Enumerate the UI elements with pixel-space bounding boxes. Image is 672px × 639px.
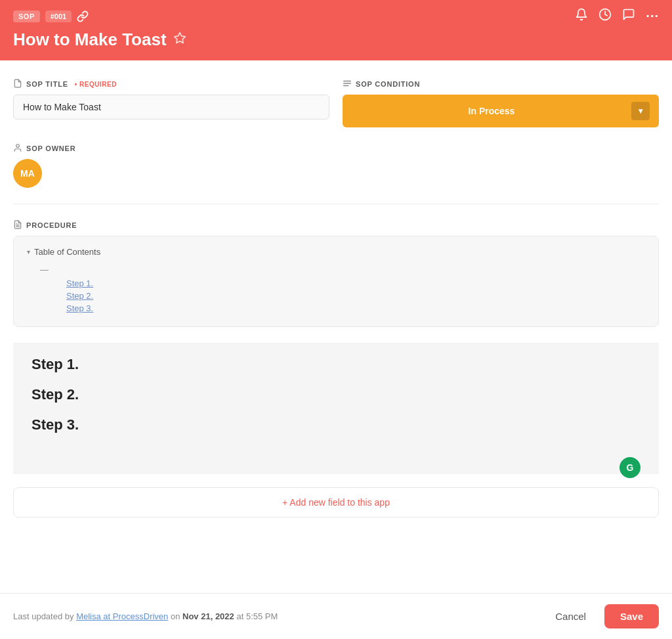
header-title: How to Make Toast <box>13 30 659 50</box>
sop-title-label: SOP TITLE • REQUIRED <box>13 79 329 89</box>
step2-heading: Step 2. <box>32 386 640 403</box>
procedure-section: PROCEDURE ▾ Table of Contents — Step 1. … <box>13 220 659 327</box>
owner-avatar[interactable]: MA <box>13 159 42 188</box>
toc-header[interactable]: ▾ Table of Contents <box>27 247 645 257</box>
last-updated-prefix: Last updated by <box>13 611 74 621</box>
step1-heading: Step 1. <box>32 356 640 373</box>
toc-item-step3[interactable]: Step 3. <box>40 303 645 313</box>
lines-icon <box>343 79 352 89</box>
sop-condition-select: In Process ▾ <box>343 95 659 127</box>
svg-point-5 <box>16 144 20 148</box>
toc-item-step2[interactable]: Step 2. <box>40 291 645 301</box>
sop-owner-label: SOP OWNER <box>13 143 659 154</box>
condition-value: In Process <box>352 106 631 116</box>
toc-item-step1[interactable]: Step 1. <box>40 278 645 288</box>
header-badges: SOP #001 <box>13 11 89 22</box>
procedure-label: PROCEDURE <box>13 220 659 231</box>
header: SOP #001 <box>0 0 672 60</box>
clock-icon[interactable] <box>598 8 612 24</box>
procedure-icon <box>13 220 22 231</box>
sop-title-field: SOP TITLE • REQUIRED <box>13 79 329 127</box>
grammarly-icon[interactable]: G <box>620 457 640 478</box>
main-content: SOP TITLE • REQUIRED SOP CONDITION In Pr… <box>0 60 672 593</box>
save-button[interactable]: Save <box>604 604 659 628</box>
bell-icon[interactable] <box>575 8 588 24</box>
sop-owner-section: SOP OWNER MA <box>13 143 659 188</box>
time-prefix: at <box>236 611 243 621</box>
add-field-container: + Add new field to this app <box>13 487 659 518</box>
grammarly-container: G <box>32 447 640 452</box>
header-icons: ··· <box>575 8 659 24</box>
chat-icon[interactable] <box>622 8 635 24</box>
star-icon[interactable] <box>173 32 186 48</box>
footer: Last updated by Melisa at ProcessDriven … <box>0 593 672 639</box>
sop-title-input[interactable] <box>13 95 329 120</box>
header-top: SOP #001 <box>13 8 659 24</box>
more-icon[interactable]: ··· <box>646 9 659 24</box>
cancel-button[interactable]: Cancel <box>545 606 597 627</box>
divider <box>13 204 659 204</box>
date-prefix: on <box>171 611 180 621</box>
footer-actions: Cancel Save <box>545 604 659 628</box>
link-icon[interactable] <box>77 11 89 22</box>
document-icon <box>13 79 22 89</box>
svg-marker-1 <box>174 33 185 43</box>
footer-update-text: Last updated by Melisa at ProcessDriven … <box>13 611 278 621</box>
steps-area: Step 1. Step 2. Step 3. G <box>13 343 659 474</box>
sop-number-badge: #001 <box>45 11 72 22</box>
person-icon <box>13 143 22 154</box>
add-field-button[interactable]: + Add new field to this app <box>13 487 659 518</box>
step3-heading: Step 3. <box>32 416 640 433</box>
chevron-down-icon: ▾ <box>631 102 650 120</box>
condition-dropdown-button[interactable]: In Process ▾ <box>343 95 659 127</box>
title-condition-row: SOP TITLE • REQUIRED SOP CONDITION In Pr… <box>13 79 659 127</box>
update-time: 5:55 PM <box>246 611 278 621</box>
author-link[interactable]: Melisa at ProcessDriven <box>76 611 168 621</box>
page-title: How to Make Toast <box>13 30 167 50</box>
sop-condition-field: SOP CONDITION In Process ▾ <box>343 79 659 127</box>
required-badge: • REQUIRED <box>75 81 117 88</box>
toc-items: Step 1. Step 2. Step 3. <box>27 278 645 313</box>
toc-dash: — <box>27 265 645 275</box>
update-date: Nov 21, 2022 <box>182 611 234 621</box>
toc-arrow-icon: ▾ <box>27 248 30 255</box>
toc-label: Table of Contents <box>34 247 100 257</box>
sop-condition-label: SOP CONDITION <box>343 79 659 89</box>
sop-badge: SOP <box>13 11 40 22</box>
procedure-content-box: ▾ Table of Contents — Step 1. Step 2. St… <box>13 236 659 327</box>
